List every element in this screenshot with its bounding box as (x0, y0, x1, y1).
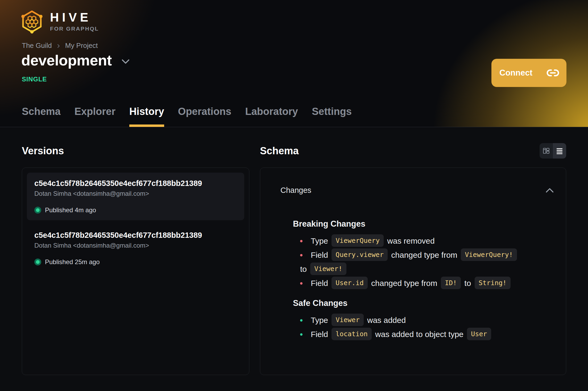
code-chip: Viewer (332, 314, 363, 326)
target-type-badge: SINGLE (22, 76, 47, 83)
change-section: Breaking ChangesType ViewerQuery was rem… (300, 219, 539, 290)
schema-title: Schema (260, 145, 299, 157)
code-chip: String! (475, 277, 511, 289)
code-chip: ID! (441, 277, 461, 289)
chevron-up-icon (545, 187, 554, 193)
main-content: Versions c5e4c1c5f78b26465350e4ecf677cf1… (0, 127, 588, 375)
list-view-button[interactable] (553, 143, 566, 159)
changes-accordion-header[interactable]: Changes (260, 168, 566, 195)
list-view-icon (556, 147, 563, 154)
code-chip: Query.viewer (332, 248, 388, 261)
change-list: Type ViewerQuery was removedField Query.… (300, 234, 539, 290)
version-list-item[interactable]: c5e4c1c5f78b26465350e4ecf677cf188bb21389… (27, 173, 244, 220)
change-item: Field Query.viewer changed type from Vie… (300, 248, 539, 276)
connect-button[interactable]: Connect (491, 59, 566, 87)
brand-tagline: FOR GRAPHQL (50, 26, 99, 32)
change-section: Safe ChangesType Viewer was addedField l… (300, 298, 539, 341)
code-chip: User (467, 328, 491, 340)
changes-body: Breaking ChangesType ViewerQuery was rem… (260, 195, 566, 341)
code-chip: Viewer! (310, 263, 346, 275)
schema-view-toggle (540, 143, 566, 159)
version-hash: c5e4c1c5f78b26465350e4ecf677cf188bb21389 (34, 179, 237, 188)
link-icon (546, 66, 560, 80)
tab-operations[interactable]: Operations (178, 106, 231, 127)
hive-logo[interactable]: HIVE FOR GRAPHQL (21, 9, 99, 34)
page-title: development (21, 52, 112, 69)
brand-name: HIVE (50, 11, 99, 23)
hive-hexagon-icon (21, 9, 43, 34)
code-chip: location (332, 328, 371, 340)
change-section-title: Safe Changes (293, 298, 539, 308)
breadcrumb: The Guild My Project (22, 41, 98, 50)
change-item: Field location was added to object type … (300, 327, 539, 341)
tab-history[interactable]: History (129, 106, 164, 127)
change-item: Field User.id changed type from ID! to S… (300, 276, 539, 290)
columns-view-icon (543, 147, 550, 154)
tab-laboratory[interactable]: Laboratory (245, 106, 298, 127)
versions-title: Versions (22, 145, 64, 157)
version-list-item[interactable]: c5e4c1c5f78b26465350e4ecf677cf188bb21389… (27, 224, 244, 272)
tab-settings[interactable]: Settings (312, 106, 352, 127)
breadcrumb-project[interactable]: My Project (65, 41, 98, 50)
change-item: Type ViewerQuery was removed (300, 234, 539, 248)
versions-panel: c5e4c1c5f78b26465350e4ecf677cf188bb21389… (22, 168, 249, 375)
header: HIVE FOR GRAPHQL The Guild My Project de… (0, 0, 588, 127)
published-dot-icon (34, 207, 41, 214)
code-chip: ViewerQuery! (461, 248, 517, 261)
code-chip: ViewerQuery (332, 234, 384, 247)
version-status-text: Published 4m ago (45, 206, 96, 214)
change-list: Type Viewer was addedField location was … (300, 313, 539, 341)
tab-bar: Schema Explorer History Operations Labor… (22, 106, 352, 127)
version-hash: c5e4c1c5f78b26465350e4ecf677cf188bb21389 (34, 231, 237, 240)
tab-explorer[interactable]: Explorer (74, 106, 115, 127)
changes-title: Changes (280, 185, 311, 195)
change-item: Type Viewer was added (300, 313, 539, 327)
tab-schema[interactable]: Schema (22, 106, 61, 127)
columns-view-button[interactable] (540, 143, 553, 159)
version-status-text: Published 25m ago (45, 258, 100, 266)
published-dot-icon (34, 259, 41, 265)
version-author: Dotan Simha <dotansimha@gmail.com> (34, 242, 237, 249)
version-author: Dotan Simha <dotansimha@gmail.com> (34, 190, 237, 197)
schema-changes-panel: Changes Breaking ChangesType ViewerQuery… (260, 168, 566, 375)
breadcrumb-org[interactable]: The Guild (22, 41, 52, 50)
connect-button-label: Connect (499, 68, 532, 78)
change-section-title: Breaking Changes (293, 219, 539, 229)
target-selector-chevron-down-icon[interactable] (121, 59, 130, 65)
chevron-right-icon (56, 43, 61, 49)
code-chip: User.id (332, 277, 367, 289)
